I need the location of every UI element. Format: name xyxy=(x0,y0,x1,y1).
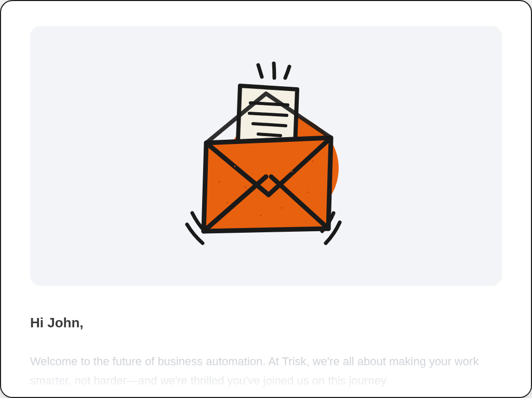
svg-point-6 xyxy=(234,166,236,167)
svg-point-7 xyxy=(245,187,246,188)
envelope-icon xyxy=(178,57,354,255)
svg-point-12 xyxy=(260,215,262,217)
svg-point-11 xyxy=(281,207,283,209)
svg-line-2 xyxy=(249,113,287,115)
svg-line-4 xyxy=(258,134,281,136)
svg-point-8 xyxy=(227,202,228,204)
hero-illustration-section xyxy=(30,26,502,286)
svg-point-13 xyxy=(219,181,220,183)
svg-point-9 xyxy=(291,171,293,173)
svg-point-14 xyxy=(312,161,314,162)
email-card: Hi John, Welcome to the future of busine… xyxy=(0,0,532,398)
email-greeting: Hi John, xyxy=(30,315,502,331)
svg-point-10 xyxy=(307,192,309,193)
svg-line-3 xyxy=(253,124,286,126)
email-body-text: Welcome to the future of business automa… xyxy=(30,352,502,391)
